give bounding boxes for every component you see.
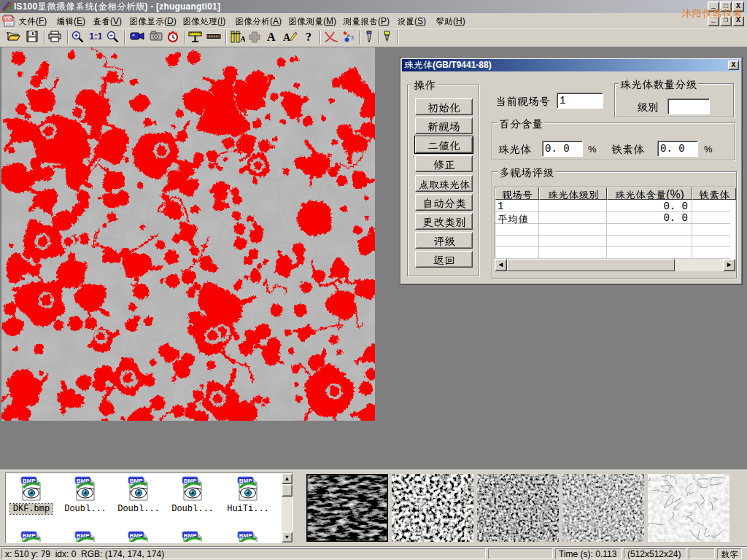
- svg-text:3: 3: [351, 34, 355, 41]
- svg-text:a: a: [347, 31, 350, 39]
- svg-text:DOC: DOC: [4, 17, 14, 21]
- svg-text:?: ?: [306, 31, 311, 42]
- svg-text:1:1: 1:1: [89, 31, 101, 41]
- svg-text:A: A: [240, 34, 245, 43]
- svg-text:A: A: [267, 31, 276, 42]
